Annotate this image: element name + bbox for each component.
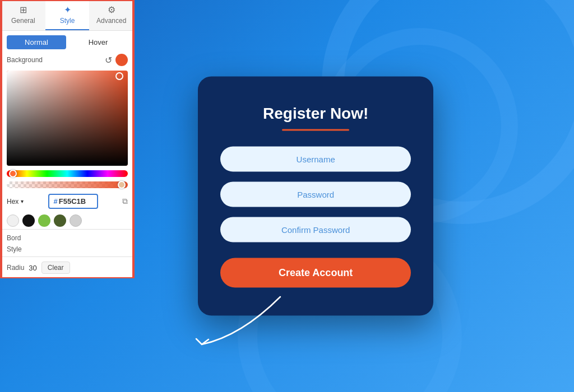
panel-right-border xyxy=(132,0,133,278)
radius-row: Radiu 30 Clear xyxy=(1,259,133,278)
tab-style[interactable]: ✦ Style xyxy=(45,0,90,30)
border-label: Bord xyxy=(7,234,21,242)
subtab-normal-label: Normal xyxy=(25,38,48,46)
panel-bottom-border xyxy=(1,277,133,278)
style-section: Style xyxy=(1,244,133,254)
preset-swatch-light-gray[interactable] xyxy=(70,214,82,227)
alpha-slider-container xyxy=(7,181,128,188)
username-input[interactable] xyxy=(220,147,411,172)
color-picker-panel: ⊞ General ✦ Style ⚙ Advanced Normal Hove… xyxy=(0,0,135,278)
background-label: Background xyxy=(7,56,43,64)
color-picker-area: Background ↺ H xyxy=(1,54,133,227)
hex-row: Hex ▾ # ⧉ xyxy=(7,194,128,209)
hex-label-text: Hex xyxy=(7,198,18,206)
tab-general[interactable]: ⊞ General xyxy=(1,0,45,30)
clear-button[interactable]: Clear xyxy=(41,262,70,274)
reset-icon[interactable]: ↺ xyxy=(105,55,112,66)
picker-cursor[interactable] xyxy=(115,72,123,80)
hex-hash: # xyxy=(54,197,58,206)
border-section: Bord xyxy=(1,232,133,244)
gradient-canvas[interactable] xyxy=(7,71,128,166)
divider-1 xyxy=(1,229,133,230)
tab-advanced[interactable]: ⚙ Advanced xyxy=(89,0,133,30)
hex-label[interactable]: Hex ▾ xyxy=(7,198,24,206)
password-input[interactable] xyxy=(220,182,411,207)
confirm-password-input[interactable] xyxy=(220,217,411,242)
panel-tabs: ⊞ General ✦ Style ⚙ Advanced xyxy=(1,0,133,31)
background-color-swatch[interactable] xyxy=(115,54,128,66)
tab-style-label: Style xyxy=(60,17,75,25)
style-icon: ✦ xyxy=(64,4,71,15)
panel-top-border xyxy=(1,0,133,1)
background-row: Background ↺ xyxy=(7,54,128,66)
gradient-dark-overlay xyxy=(7,71,128,166)
divider-2 xyxy=(1,256,133,257)
subtab-hover[interactable]: Hover xyxy=(68,35,128,49)
panel-left-border xyxy=(1,0,2,278)
radius-value: 30 xyxy=(29,264,36,272)
sub-tabs: Normal Hover xyxy=(1,31,133,54)
hex-input-wrapper: # xyxy=(48,194,98,209)
register-title: Register Now! xyxy=(263,105,368,123)
subtab-normal[interactable]: Normal xyxy=(7,35,66,49)
chevron-down-icon: ▾ xyxy=(21,198,24,204)
style-section-label: Style xyxy=(7,245,22,253)
tab-advanced-label: Advanced xyxy=(96,17,126,25)
general-icon: ⊞ xyxy=(20,4,27,15)
advanced-icon: ⚙ xyxy=(108,4,115,15)
alpha-thumb[interactable] xyxy=(118,181,126,189)
alpha-overlay xyxy=(7,181,128,188)
subtab-hover-label: Hover xyxy=(89,38,108,46)
hue-thumb[interactable] xyxy=(9,170,17,178)
copy-icon[interactable]: ⧉ xyxy=(122,197,128,206)
create-account-button[interactable]: Create Account xyxy=(220,258,411,288)
preset-swatch-dark-green[interactable] xyxy=(54,214,66,227)
tab-general-label: General xyxy=(11,17,35,25)
hue-slider-container xyxy=(7,170,128,177)
title-underline xyxy=(282,129,349,131)
preset-swatch-black[interactable] xyxy=(22,214,35,227)
hex-input[interactable] xyxy=(59,197,92,206)
radius-label: Radiu xyxy=(7,264,24,272)
alpha-slider[interactable] xyxy=(7,181,128,188)
register-card: Register Now! Create Account xyxy=(198,77,433,316)
hue-slider[interactable] xyxy=(7,170,128,177)
preset-swatch-green[interactable] xyxy=(38,214,50,227)
color-presets xyxy=(7,214,128,227)
preset-swatch-white[interactable] xyxy=(7,214,19,227)
